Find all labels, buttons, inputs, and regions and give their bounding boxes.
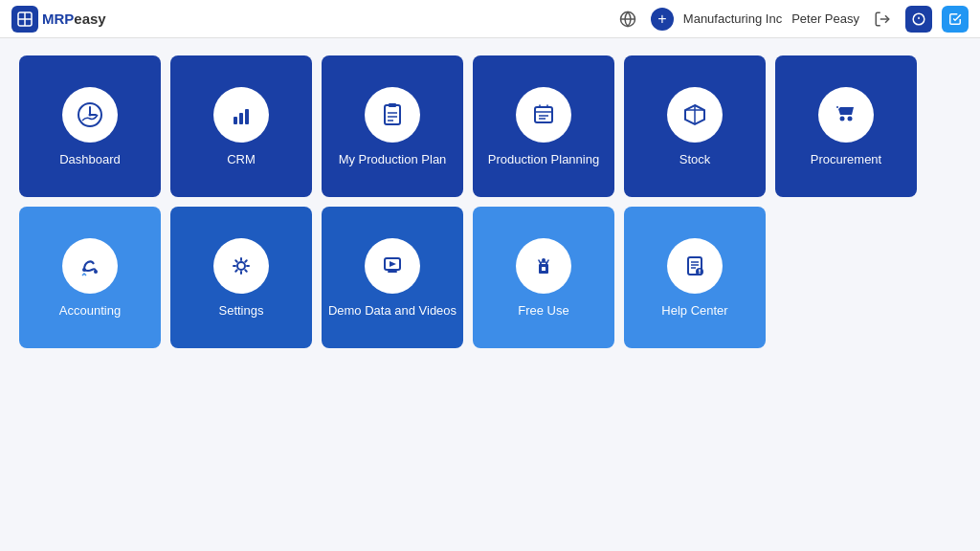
settings-icon bbox=[213, 238, 269, 294]
company-name: Manufacturing Inc bbox=[683, 11, 782, 26]
tile-procurement[interactable]: Procurement bbox=[775, 55, 917, 197]
main-content: Dashboard CRM bbox=[0, 38, 980, 365]
settings-label: Settings bbox=[219, 303, 264, 318]
user-icon[interactable] bbox=[869, 6, 896, 33]
demo-data-icon bbox=[365, 238, 420, 294]
svg-point-32 bbox=[237, 262, 245, 270]
tile-stock[interactable]: Stock bbox=[624, 55, 766, 197]
tile-help-center[interactable]: Help Center bbox=[624, 207, 766, 348]
checklist-icon[interactable] bbox=[942, 6, 969, 33]
procurement-icon bbox=[818, 87, 874, 143]
svg-rect-13 bbox=[234, 117, 237, 124]
svg-line-40 bbox=[539, 260, 541, 264]
svg-line-41 bbox=[546, 260, 548, 264]
my-production-plan-icon bbox=[365, 87, 420, 143]
production-planning-label: Production Planning bbox=[488, 152, 599, 166]
tile-crm[interactable]: CRM bbox=[170, 55, 312, 197]
svg-point-27 bbox=[840, 116, 845, 121]
svg-rect-14 bbox=[239, 113, 243, 124]
tiles-grid: Dashboard CRM bbox=[19, 55, 961, 348]
tile-demo-data[interactable]: Demo Data and Videos bbox=[322, 207, 463, 348]
svg-point-28 bbox=[848, 116, 853, 121]
globe-icon[interactable] bbox=[614, 6, 641, 33]
logo-icon bbox=[11, 6, 38, 33]
tile-accounting[interactable]: Accounting bbox=[19, 207, 161, 348]
tile-free-use[interactable]: Free Use bbox=[473, 207, 614, 348]
tile-dashboard[interactable]: Dashboard bbox=[19, 55, 161, 197]
svg-point-39 bbox=[542, 258, 546, 262]
svg-rect-15 bbox=[245, 109, 249, 124]
add-button[interactable]: + bbox=[651, 8, 674, 31]
svg-rect-17 bbox=[389, 103, 396, 107]
accounting-label: Accounting bbox=[59, 303, 121, 318]
svg-point-49 bbox=[699, 272, 700, 273]
stock-icon bbox=[667, 87, 723, 143]
crm-label: CRM bbox=[227, 152, 256, 166]
svg-rect-16 bbox=[385, 105, 400, 124]
header: MRPeasy + Manufacturing Inc Peter Peasy bbox=[0, 0, 980, 38]
production-planning-icon bbox=[516, 87, 571, 143]
svg-rect-21 bbox=[535, 107, 552, 122]
tile-settings[interactable]: Settings bbox=[170, 207, 312, 348]
logo-text: MRPeasy bbox=[42, 11, 106, 27]
crm-icon bbox=[213, 87, 269, 143]
svg-point-30 bbox=[82, 268, 86, 272]
stock-label: Stock bbox=[679, 152, 711, 166]
header-left: MRPeasy bbox=[11, 6, 106, 33]
free-use-label: Free Use bbox=[518, 303, 568, 318]
dashboard-label: Dashboard bbox=[59, 152, 121, 166]
procurement-label: Procurement bbox=[811, 152, 881, 166]
header-right: + Manufacturing Inc Peter Peasy bbox=[614, 6, 969, 33]
tile-production-planning[interactable]: Production Planning bbox=[473, 55, 614, 197]
svg-marker-34 bbox=[390, 261, 396, 267]
svg-rect-42 bbox=[542, 267, 546, 271]
user-name: Peter Peasy bbox=[791, 11, 859, 26]
free-use-icon bbox=[516, 238, 571, 294]
my-production-plan-label: My Production Plan bbox=[339, 152, 447, 166]
help-center-label: Help Center bbox=[661, 303, 727, 318]
dashboard-icon bbox=[62, 87, 118, 143]
logo[interactable]: MRPeasy bbox=[11, 6, 106, 33]
demo-data-label: Demo Data and Videos bbox=[328, 303, 457, 318]
help-center-icon bbox=[667, 238, 723, 294]
svg-point-31 bbox=[94, 270, 98, 274]
accounting-icon bbox=[62, 238, 118, 294]
tile-my-production-plan[interactable]: My Production Plan bbox=[322, 55, 463, 197]
notifications-icon[interactable] bbox=[905, 6, 932, 33]
svg-point-12 bbox=[89, 113, 92, 116]
